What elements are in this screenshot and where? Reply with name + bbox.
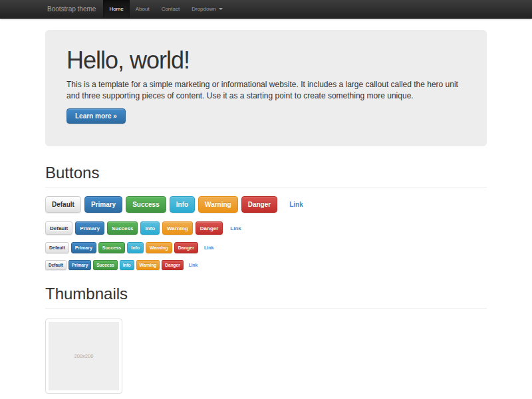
button-primary-default[interactable]: Primary (75, 221, 104, 235)
button-row-extra-small: DefaultPrimarySuccessInfoWarningDangerLi… (45, 260, 487, 270)
nav-item-about[interactable]: About (130, 0, 156, 18)
button-warning-default[interactable]: Warning (162, 221, 193, 235)
thumbnail[interactable]: 200x200 (45, 319, 122, 394)
button-link-small[interactable]: Link (200, 242, 217, 253)
button-row-large: DefaultPrimarySuccessInfoWarningDangerLi… (45, 196, 487, 213)
button-success-default[interactable]: Success (107, 221, 138, 235)
button-info-small[interactable]: Info (127, 242, 144, 253)
button-info-large[interactable]: Info (170, 196, 195, 213)
navbar-menu: Home About Contact Dropdown (103, 0, 228, 18)
button-row-default: DefaultPrimarySuccessInfoWarningDangerLi… (45, 221, 487, 235)
button-info-extra-small[interactable]: Info (120, 260, 134, 270)
button-default-small[interactable]: Default (45, 242, 69, 253)
button-primary-extra-small[interactable]: Primary (68, 260, 91, 270)
button-info-default[interactable]: Info (140, 221, 160, 235)
hero-title: Hello, world! (66, 47, 472, 74)
button-primary-small[interactable]: Primary (71, 242, 96, 253)
buttons-section-header: Buttons (45, 164, 487, 188)
button-danger-small[interactable]: Danger (174, 242, 198, 253)
placeholder-image: 200x200 (49, 322, 119, 390)
button-link-large[interactable]: Link (283, 196, 310, 213)
learn-more-button[interactable]: Learn more » (66, 108, 126, 124)
button-success-small[interactable]: Success (98, 242, 125, 253)
nav-item-label: About (136, 6, 150, 12)
nav-item-home[interactable]: Home (103, 0, 129, 18)
button-success-extra-small[interactable]: Success (93, 260, 117, 270)
button-danger-extra-small[interactable]: Danger (162, 260, 183, 270)
button-link-extra-small[interactable]: Link (186, 260, 201, 270)
button-default-large[interactable]: Default (45, 196, 81, 213)
navbar-brand[interactable]: Bootstrap theme (45, 0, 96, 18)
hero-text: This is a template for a simple marketin… (66, 79, 473, 102)
nav-item-label: Contact (162, 6, 180, 12)
button-danger-large[interactable]: Danger (241, 196, 277, 213)
nav-item-label: Dropdown (192, 6, 215, 12)
button-default-extra-small[interactable]: Default (45, 260, 66, 270)
button-row-small: DefaultPrimarySuccessInfoWarningDangerLi… (45, 242, 487, 253)
button-primary-large[interactable]: Primary (84, 196, 122, 213)
button-success-large[interactable]: Success (126, 196, 166, 213)
hero-unit: Hello, world! This is a template for a s… (45, 30, 487, 146)
button-link-default[interactable]: Link (225, 221, 245, 235)
thumbnails-section-header: Thumbnails (45, 285, 487, 309)
navbar: Bootstrap theme Home About Contact Dropd… (0, 0, 532, 19)
navbar-container: Bootstrap theme Home About Contact Dropd… (45, 0, 487, 18)
button-warning-small[interactable]: Warning (146, 242, 172, 253)
nav-item-label: Home (109, 6, 123, 12)
page-container: Hello, world! This is a template for a s… (45, 30, 487, 394)
thumbnails-section-title: Thumbnails (45, 285, 487, 303)
nav-item-dropdown[interactable]: Dropdown (186, 0, 228, 18)
buttons-section-title: Buttons (45, 164, 487, 182)
button-warning-large[interactable]: Warning (198, 196, 238, 213)
nav-item-contact[interactable]: Contact (156, 0, 186, 18)
placeholder-label: 200x200 (74, 353, 94, 359)
button-danger-default[interactable]: Danger (196, 221, 223, 235)
button-default-default[interactable]: Default (45, 221, 72, 235)
caret-down-icon (219, 8, 223, 10)
button-warning-extra-small[interactable]: Warning (136, 260, 160, 270)
